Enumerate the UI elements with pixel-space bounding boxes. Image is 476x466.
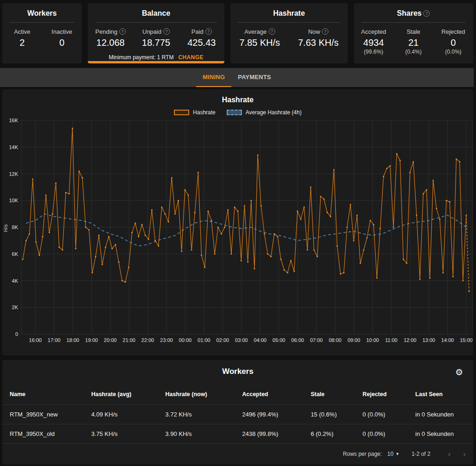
column-header: Hashrate (now) bbox=[158, 385, 235, 405]
table-cell: in 0 Sekunden bbox=[408, 405, 473, 424]
svg-text:03:00: 03:00 bbox=[235, 337, 248, 343]
table-row[interactable]: RTM_3950X_new4.09 KH/s3.72 KH/s2496 (99.… bbox=[2, 405, 473, 424]
stat-value: 7.63 KH/s bbox=[289, 37, 348, 48]
svg-text:10:00: 10:00 bbox=[366, 337, 379, 343]
svg-text:H/s: H/s bbox=[3, 224, 8, 232]
svg-text:8K: 8K bbox=[12, 224, 19, 230]
divider bbox=[361, 22, 466, 23]
table-row[interactable]: RTM_3950X_old3.75 KH/s3.90 KH/s2438 (99.… bbox=[2, 424, 473, 444]
pagination-range: 1-2 of 2 bbox=[412, 451, 431, 457]
svg-text:04:00: 04:00 bbox=[254, 337, 267, 343]
stat-cards-row: Workers Active2Inactive0 Balance Pending… bbox=[0, 0, 476, 63]
svg-text:12K: 12K bbox=[9, 171, 18, 177]
stat-label: Average? bbox=[230, 28, 289, 35]
stat-value: 425.43 bbox=[179, 37, 224, 48]
table-cell: 0 (0.0%) bbox=[355, 424, 408, 444]
average-legend-label[interactable]: Average Hashrate (4h) bbox=[246, 109, 302, 116]
hashrate-legend-swatch[interactable] bbox=[174, 110, 189, 115]
stat-value: 21 bbox=[394, 37, 433, 48]
svg-text:11:00: 11:00 bbox=[385, 337, 398, 343]
table-cell: 2438 (99.8%) bbox=[235, 424, 303, 444]
shares-card: Shares? Accepted4934(99.6%)Stale21(0.4%)… bbox=[354, 3, 473, 63]
workers-card-title: Workers bbox=[2, 3, 82, 18]
workers-table: NameHashrate (avg)Hashrate (now)Accepted… bbox=[2, 385, 473, 443]
hashrate-card: Hashrate Average?7.85 KH/sNow?7.63 KH/s bbox=[230, 3, 347, 63]
stat-value: 2 bbox=[2, 37, 42, 48]
svg-text:20:00: 20:00 bbox=[104, 337, 117, 343]
column-header: Name bbox=[2, 385, 84, 405]
column-header: Hashrate (avg) bbox=[84, 385, 158, 405]
stat-value: 7.85 KH/s bbox=[230, 37, 289, 48]
divider bbox=[95, 22, 217, 23]
svg-text:10K: 10K bbox=[9, 198, 18, 203]
svg-text:19:00: 19:00 bbox=[85, 337, 98, 343]
help-icon[interactable]: ? bbox=[119, 28, 126, 35]
table-cell: 4.09 KH/s bbox=[84, 405, 158, 424]
tab-payments[interactable]: PAYMENTS bbox=[231, 68, 278, 87]
svg-text:13:00: 13:00 bbox=[422, 337, 435, 343]
gear-icon[interactable]: ⚙ bbox=[455, 368, 463, 377]
stat-sub-percentage: (0.4%) bbox=[394, 49, 433, 55]
svg-text:02:00: 02:00 bbox=[216, 337, 229, 343]
svg-text:14K: 14K bbox=[9, 144, 18, 150]
svg-text:16K: 16K bbox=[9, 118, 18, 123]
caret-down-icon[interactable]: ▼ bbox=[396, 452, 400, 456]
balance-card-title: Balance bbox=[88, 3, 224, 18]
table-cell: 3.72 KH/s bbox=[158, 405, 235, 424]
help-icon[interactable]: ? bbox=[322, 28, 328, 35]
stat-sub-percentage: (0.0%) bbox=[433, 49, 473, 55]
shares-card-title: Shares? bbox=[354, 3, 473, 18]
table-cell: 6 (0.2%) bbox=[303, 424, 355, 444]
tab-mining[interactable]: MINING bbox=[196, 68, 231, 87]
workers-table-card: Workers ⚙ NameHashrate (avg)Hashrate (no… bbox=[2, 360, 473, 465]
workers-table-title: Workers bbox=[2, 360, 473, 376]
column-header: Last Seen bbox=[408, 385, 473, 405]
svg-text:18:00: 18:00 bbox=[67, 337, 80, 343]
hashrate-chart: 02K4K6K8K10K12K14K16K16:0017:0018:0019:0… bbox=[2, 117, 473, 353]
stat-value: 18.775 bbox=[133, 37, 179, 48]
shares-stat: Rejected0(0.0%) bbox=[433, 28, 473, 55]
table-cell: 15 (0.6%) bbox=[303, 405, 355, 424]
hashrate-stat: Now?7.63 KH/s bbox=[289, 28, 348, 48]
next-page-button[interactable]: › bbox=[463, 449, 466, 458]
help-icon[interactable]: ? bbox=[163, 28, 170, 35]
svg-text:09:00: 09:00 bbox=[347, 337, 360, 343]
rows-per-page-label: Rows per page: bbox=[343, 451, 382, 457]
rows-per-page-select[interactable]: 10 bbox=[387, 451, 393, 457]
minimum-payment-row: Minimum payment: 1 RTMCHANGE bbox=[88, 54, 224, 61]
help-icon[interactable]: ? bbox=[269, 28, 275, 35]
stat-sub-percentage: (99.6%) bbox=[354, 49, 394, 55]
chart-legend: Hashrate Average Hashrate (4h) bbox=[2, 109, 473, 116]
divider bbox=[238, 22, 340, 23]
previous-page-button[interactable]: ‹ bbox=[448, 449, 451, 458]
table-cell: 2496 (99.4%) bbox=[235, 405, 303, 424]
stat-label: Now? bbox=[289, 28, 348, 35]
table-cell: RTM_3950X_old bbox=[2, 424, 84, 444]
svg-text:00:00: 00:00 bbox=[179, 337, 192, 343]
svg-text:08:00: 08:00 bbox=[329, 337, 342, 343]
svg-text:14:00: 14:00 bbox=[441, 337, 454, 343]
svg-text:07:00: 07:00 bbox=[310, 337, 323, 343]
workers-stat: Inactive0 bbox=[42, 28, 82, 48]
column-header: Stale bbox=[303, 385, 355, 405]
column-header: Accepted bbox=[235, 385, 303, 405]
stat-label: Accepted bbox=[354, 28, 394, 35]
stat-label: Rejected bbox=[433, 28, 473, 35]
svg-text:12:00: 12:00 bbox=[404, 337, 417, 343]
svg-text:0: 0 bbox=[15, 331, 18, 337]
svg-text:22:00: 22:00 bbox=[142, 337, 155, 343]
shares-stat: Stale21(0.4%) bbox=[394, 28, 433, 55]
balance-card-accent-bar bbox=[88, 61, 224, 63]
svg-text:17:00: 17:00 bbox=[48, 337, 61, 343]
shares-stat: Accepted4934(99.6%) bbox=[354, 28, 394, 55]
workers-card: Workers Active2Inactive0 bbox=[2, 3, 82, 63]
svg-text:4K: 4K bbox=[12, 278, 19, 284]
change-minimum-button[interactable]: CHANGE bbox=[178, 54, 203, 61]
help-icon[interactable]: ? bbox=[423, 10, 430, 17]
average-legend-swatch[interactable] bbox=[227, 110, 242, 115]
stat-label: Unpaid? bbox=[133, 28, 179, 35]
table-cell: 3.75 KH/s bbox=[84, 424, 158, 444]
help-icon[interactable]: ? bbox=[205, 28, 212, 35]
workers-stat: Active2 bbox=[2, 28, 42, 48]
hashrate-legend-label[interactable]: Hashrate bbox=[193, 109, 216, 116]
